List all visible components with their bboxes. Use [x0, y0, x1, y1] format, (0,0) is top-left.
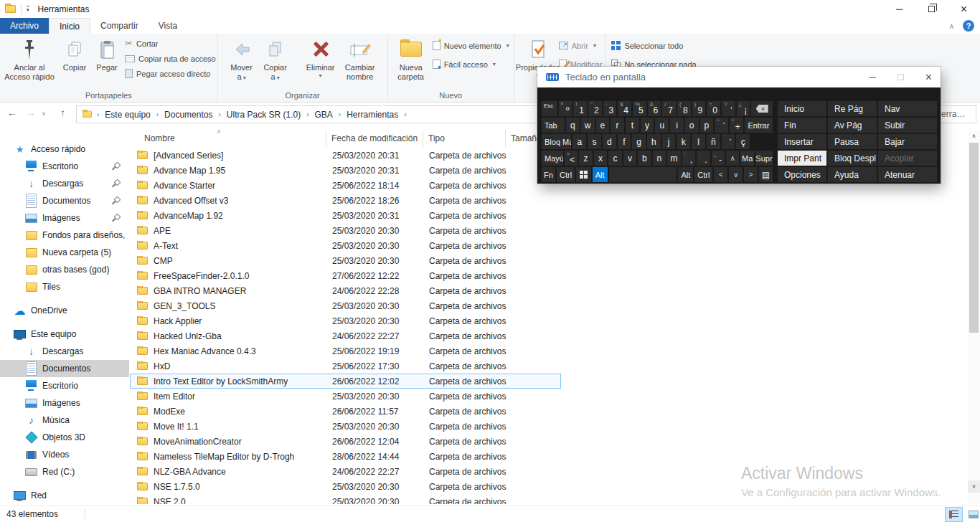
- osk-key[interactable]: >: [744, 167, 758, 182]
- osk-key[interactable]: f: [618, 134, 631, 149]
- restore-button[interactable]: [915, 0, 948, 18]
- osk-key[interactable]: p: [700, 118, 714, 133]
- scroll-down-icon[interactable]: ∨: [968, 480, 980, 493]
- osk-key[interactable]: [576, 167, 591, 182]
- vertical-scrollbar[interactable]: ∧ ∨: [968, 130, 980, 504]
- sidebar-item[interactable]: Vídeos: [0, 446, 129, 463]
- osk-key[interactable]: ∨: [729, 167, 743, 182]
- column-header-nombre[interactable]: Nombre: [130, 130, 326, 147]
- osk-key[interactable]: q: [566, 118, 580, 133]
- osk-key[interactable]: ·3: [603, 101, 617, 116]
- osk-key[interactable]: g: [632, 134, 646, 149]
- osk-key[interactable]: Mayús: [542, 151, 563, 166]
- file-row[interactable]: AdvanceMap 1.92 25/03/2020 20:31 Carpeta…: [130, 208, 561, 223]
- new-folder-button[interactable]: Nueva carpeta: [392, 34, 430, 82]
- close-button[interactable]: ×: [948, 0, 980, 18]
- osk-key[interactable]: (8: [677, 101, 691, 116]
- osk-key[interactable]: Inicio: [778, 101, 826, 116]
- osk-key[interactable]: Entrar: [745, 118, 773, 133]
- delete-button[interactable]: Eliminar ▾: [301, 34, 340, 79]
- osk-key[interactable]: )9: [692, 101, 706, 116]
- recent-locations-icon[interactable]: ∨: [42, 110, 46, 117]
- thumbnails-view-button[interactable]: [964, 507, 980, 522]
- new-item-button[interactable]: Nuevo elemento ▾: [433, 39, 509, 52]
- osk-key[interactable]: Esc: [542, 101, 557, 116]
- copy-to-button[interactable]: Copiar a▾: [258, 34, 293, 82]
- file-row[interactable]: APE 25/03/2020 20:30 Carpeta de archivos: [130, 223, 561, 238]
- osk-key[interactable]: ç: [736, 134, 750, 149]
- osk-key[interactable]: [751, 134, 773, 149]
- breadcrumb-segment[interactable]: Herramientas: [345, 110, 400, 120]
- osk-titlebar[interactable]: Teclado en pantalla ─ ×: [537, 67, 941, 87]
- cut-button[interactable]: ✂ Cortar: [125, 37, 216, 49]
- osk-key[interactable]: k: [677, 134, 690, 149]
- sidebar-item[interactable]: OneDrive: [0, 302, 129, 319]
- file-row[interactable]: Item Editor 25/03/2020 20:30 Carpeta de …: [130, 389, 561, 404]
- file-row[interactable]: Hack Applier 25/03/2020 20:30 Carpeta de…: [130, 313, 561, 328]
- file-row[interactable]: MoveAnimationCreator 26/06/2022 12:04 Ca…: [130, 434, 561, 449]
- osk-key[interactable]: &6: [648, 101, 661, 116]
- sidebar-item[interactable]: Red (C:): [0, 463, 129, 480]
- osk-key[interactable]: Bloq Ma: [542, 134, 571, 149]
- file-row[interactable]: Nameless TileMap Editor by D-Trogh 28/06…: [130, 449, 561, 464]
- osk-key[interactable]: u: [655, 118, 669, 133]
- osk-key[interactable]: ∧: [726, 151, 739, 166]
- osk-key[interactable]: Alt: [593, 167, 608, 182]
- osk-key[interactable]: ><: [565, 151, 578, 166]
- file-row[interactable]: NSE 2.0 25/03/2020 20:30 Carpeta de arch…: [130, 494, 561, 504]
- file-row[interactable]: CMP 25/03/2020 20:30 Carpeta de archivos: [130, 253, 561, 268]
- osk-key[interactable]: o: [685, 118, 699, 133]
- breadcrumb-segment[interactable]: Ultra Pack SR (1.0): [225, 110, 302, 120]
- scrollbar-thumb[interactable]: [969, 143, 979, 333]
- osk-key[interactable]: e: [596, 118, 610, 133]
- copy-path-button[interactable]: Copiar ruta de acceso: [125, 52, 216, 65]
- osk-key[interactable]: Supr: [755, 151, 773, 166]
- file-row[interactable]: GBA INTRO MANAGER 24/06/2022 22:28 Carpe…: [130, 283, 561, 298]
- column-header-fecha[interactable]: Fecha de modificación: [326, 130, 423, 147]
- osk-key[interactable]: s: [588, 134, 601, 149]
- breadcrumb-segment[interactable]: Documentos: [163, 110, 214, 120]
- osk-key[interactable]: Impr Pant: [778, 151, 826, 166]
- osk-key[interactable]: ▤: [759, 167, 773, 182]
- up-button[interactable]: ↑: [60, 107, 65, 118]
- osk-key[interactable]: r: [611, 118, 624, 133]
- osk-key[interactable]: Fin: [778, 118, 826, 133]
- details-view-button[interactable]: [945, 507, 963, 522]
- osk-key[interactable]: h: [647, 134, 661, 149]
- sidebar-item[interactable]: Este equipo: [0, 326, 129, 343]
- sidebar-item[interactable]: Imágenes: [0, 394, 129, 412]
- osk-key[interactable]: Pausa: [828, 134, 877, 149]
- sidebar-item[interactable]: Objetos 3D: [0, 429, 129, 446]
- open-button[interactable]: Abrir ▾: [559, 39, 603, 52]
- osk-key[interactable]: <: [714, 167, 727, 182]
- osk-key[interactable]: %5: [633, 101, 646, 116]
- sidebar-item[interactable]: otras bases (god): [0, 261, 129, 278]
- sidebar-item[interactable]: Acceso rápido: [0, 141, 129, 158]
- forward-button[interactable]: →: [26, 107, 36, 118]
- file-row[interactable]: Advance Starter 25/06/2022 18:14 Carpeta…: [130, 178, 561, 193]
- tab-vista[interactable]: Vista: [149, 18, 187, 34]
- sidebar-item[interactable]: Escritorio: [0, 158, 129, 175]
- sidebar-item[interactable]: Red: [0, 487, 129, 504]
- osk-key[interactable]: Ctrl: [557, 167, 575, 182]
- file-row[interactable]: Move It! 1.1 25/03/2020 20:30 Carpeta de…: [130, 419, 561, 434]
- osk-close-button[interactable]: ×: [925, 71, 932, 84]
- sidebar-item[interactable]: Tiles: [0, 278, 129, 295]
- osk-key[interactable]: t: [626, 118, 639, 133]
- osk-key[interactable]: ñ: [707, 134, 720, 149]
- osk-key[interactable]: Ctrl: [694, 167, 712, 182]
- osk-key[interactable]: c: [608, 151, 621, 166]
- file-row[interactable]: Intro Text Editor by LockSmithArmy 26/06…: [130, 374, 561, 389]
- osk-key[interactable]: d: [603, 134, 616, 149]
- osk-key[interactable]: Opciones: [778, 167, 826, 182]
- osk-key[interactable]: Fn: [542, 167, 555, 182]
- osk-key[interactable]: a: [573, 134, 586, 149]
- sidebar-item[interactable]: Nueva carpeta (5): [0, 244, 129, 261]
- osk-key[interactable]: Ma: [740, 151, 753, 166]
- osk-minimize-button[interactable]: ─: [869, 72, 875, 82]
- osk-key[interactable]: Insertar: [778, 134, 826, 149]
- osk-key[interactable]: Av Pág: [828, 118, 877, 133]
- file-row[interactable]: Advanced Offset v3 25/06/2022 18:26 Carp…: [130, 193, 561, 208]
- osk-key[interactable]: "2: [588, 101, 602, 116]
- osk-key[interactable]: Nav: [878, 101, 937, 116]
